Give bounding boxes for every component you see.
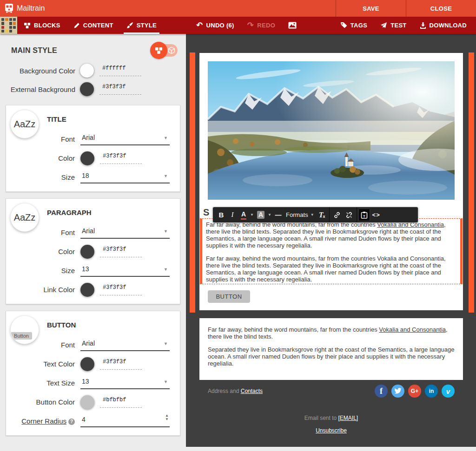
email-block-main[interactable]: S B I A A — Formats Tx [199, 53, 463, 310]
paragraph-link-color-row: Link Color #3f3f3f [6, 280, 180, 299]
button-text-size-label: Text Size [6, 379, 80, 387]
paper-plane-icon [380, 22, 387, 29]
button-text-color-hex[interactable]: #3f3f3f [100, 359, 142, 370]
tab-blocks-label: BLOCKS [34, 22, 60, 29]
email-sent-line: Email sent to [EMAIL] [199, 415, 463, 421]
external-background-swatch[interactable] [80, 82, 94, 96]
paragraph-size-select[interactable]: 13 [80, 264, 170, 277]
structure-preview-toggle[interactable] [152, 44, 178, 57]
button-color-row: Button Color #bfbfbf [6, 392, 180, 412]
download-button[interactable]: DOWNLOAD [413, 17, 473, 34]
unsubscribe-line: Unsubscribe [199, 427, 463, 434]
number-stepper[interactable]: ▲▼ [165, 414, 169, 421]
undo-button[interactable]: ↶ UNDO (6) [190, 17, 241, 34]
paste-as-text-button[interactable]: T [358, 209, 370, 221]
link-vokalia[interactable]: Vokalia and Consonantia [379, 326, 446, 333]
email-block-text[interactable]: Far far away, behind the word mountains,… [199, 318, 463, 380]
redo-icon: ↷ [247, 21, 254, 29]
corner-radius-input[interactable]: 4 [80, 415, 170, 427]
button-text-size-select[interactable]: 13 [80, 377, 170, 389]
paragraph-1[interactable]: Far far away, behind the word mountains,… [208, 326, 455, 340]
title-size-label: Size [6, 173, 80, 181]
contacts-link[interactable]: Contacts [241, 388, 263, 394]
chevron-down-icon [164, 173, 168, 178]
gallery-button[interactable] [282, 17, 303, 34]
button-font-select[interactable]: Arial [80, 339, 170, 351]
chevron-down-icon [164, 135, 168, 140]
button-color-hex[interactable]: #bfbfbf [100, 397, 142, 408]
email-placeholder-link[interactable]: [EMAIL] [338, 415, 358, 421]
external-background-row: External Background #3f3f3f [0, 80, 186, 98]
paragraph-1[interactable]: Far far away, behind the word mountains,… [206, 221, 456, 249]
title-size-select[interactable]: 18 [80, 171, 170, 183]
paragraph-2[interactable]: Separated they live in Bookmarksgrove ri… [208, 346, 455, 367]
selected-text-block[interactable]: Far far away, behind the word mountains,… [200, 218, 463, 284]
paragraph-link-color-hex[interactable]: #3f3f3f [100, 284, 142, 295]
help-icon[interactable]: ? [68, 418, 75, 425]
title-color-swatch[interactable] [80, 151, 94, 165]
paragraph-2[interactable]: Far far away, behind the word mountains,… [206, 255, 456, 283]
paragraph-size-row: Size 13 [6, 261, 180, 280]
remove-link-button[interactable] [343, 209, 355, 221]
link-group [329, 207, 357, 222]
source-code-button[interactable]: <> [370, 209, 383, 221]
tab-blocks[interactable]: BLOCKS [17, 17, 67, 34]
paragraph-color-hex[interactable]: #3f3f3f [100, 246, 142, 257]
button-text-color-swatch[interactable] [80, 357, 94, 371]
highlight-color-caret-icon[interactable] [267, 213, 272, 217]
step-down-icon[interactable]: ▼ [165, 418, 169, 421]
googleplus-icon[interactable]: G+ [408, 385, 421, 398]
undo-label: UNDO (6) [206, 22, 234, 29]
close-button[interactable]: CLOSE [406, 0, 476, 17]
paste-group: T <> [357, 207, 384, 222]
train-logo-icon [5, 3, 13, 13]
external-background-hex[interactable]: #3f3f3f [99, 84, 141, 95]
hero-image[interactable] [208, 61, 455, 200]
email-preview-stage: S B I A A — Formats Tx [186, 34, 476, 447]
selection-bar-left [190, 52, 195, 313]
tag-icon [340, 22, 347, 29]
paragraph-link-color-swatch[interactable] [80, 283, 94, 297]
formats-dropdown[interactable]: Formats [284, 209, 317, 221]
tab-content[interactable]: CONTENT [67, 17, 120, 34]
twitter-icon[interactable] [391, 385, 404, 398]
unsubscribe-link[interactable]: Unsubscribe [316, 427, 347, 434]
paragraph-font-select[interactable]: Arial [80, 226, 170, 239]
tab-style[interactable]: STYLE [120, 17, 163, 34]
ribbon-center: ↶ UNDO (6) ↷ REDO [190, 17, 303, 34]
vimeo-icon[interactable]: v [442, 385, 455, 398]
insert-link-button[interactable] [331, 209, 343, 221]
title-color-row: Color #3f3f3f [6, 149, 180, 168]
redo-button[interactable]: ↷ REDO [241, 17, 282, 34]
paragraph-color-swatch[interactable] [80, 245, 94, 259]
title-color-hex[interactable]: #3f3f3f [100, 153, 142, 164]
clear-formatting-button[interactable]: Tx [317, 209, 328, 221]
text-color-button[interactable]: A [238, 209, 249, 221]
bold-button[interactable]: B [216, 209, 227, 221]
format-group: B I A A — Formats Tx [214, 207, 329, 222]
background-color-hex[interactable]: #ffffff [99, 65, 141, 76]
background-color-swatch[interactable] [80, 64, 94, 78]
linkedin-icon[interactable]: in [425, 385, 438, 398]
address-line: Address and Contacts [208, 388, 263, 394]
download-icon [420, 22, 426, 29]
test-label: TEST [390, 22, 406, 29]
cubes-toggle-icon[interactable] [150, 42, 167, 59]
ribbon-left: BLOCKS CONTENT STYLE [0, 17, 163, 34]
section-title-partial[interactable]: S [203, 207, 209, 218]
highlight-color-button[interactable]: A [255, 209, 267, 221]
italic-button[interactable]: I [227, 209, 238, 221]
title-font-select[interactable]: Arial [80, 133, 170, 145]
text-color-caret-icon[interactable] [249, 213, 255, 217]
facebook-icon[interactable]: f [375, 385, 388, 398]
tags-button[interactable]: TAGS [334, 17, 374, 34]
tab-style-label: STYLE [137, 22, 157, 29]
lake-landscape-image [208, 61, 455, 200]
email-cta-button[interactable]: BUTTON [208, 290, 250, 303]
save-button[interactable]: SAVE [336, 0, 406, 17]
redo-label: REDO [257, 22, 275, 29]
button-color-swatch[interactable] [80, 395, 94, 409]
cubes-icon [24, 22, 31, 29]
horizontal-rule-button[interactable]: — [272, 209, 284, 221]
test-button[interactable]: TEST [374, 17, 413, 34]
